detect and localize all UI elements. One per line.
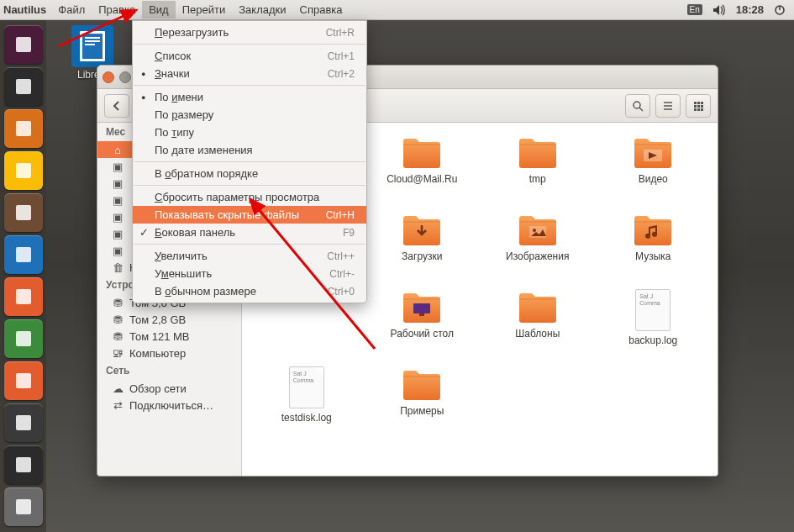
menu-item-16[interactable]: УвеличитьCtrl++ — [133, 247, 366, 265]
launcher-tile-10[interactable] — [4, 445, 43, 484]
svg-rect-8 — [16, 331, 31, 346]
view-grid-button[interactable] — [686, 94, 711, 118]
folder-item[interactable]: Видео — [597, 134, 710, 207]
menu-item-8[interactable]: По дате изменения — [133, 141, 366, 159]
launcher-tile-2[interactable] — [4, 109, 43, 148]
folder-item[interactable]: tmp — [481, 134, 594, 207]
launcher-tile-4[interactable] — [4, 193, 43, 232]
svg-rect-25 — [694, 108, 697, 111]
menu-view[interactable]: Вид — [142, 1, 176, 18]
language-indicator[interactable]: En — [682, 4, 707, 15]
volume-icon[interactable] — [707, 4, 731, 16]
folder-item[interactable]: Изображения — [481, 212, 594, 284]
search-button[interactable] — [625, 94, 650, 118]
svg-point-18 — [634, 102, 640, 108]
launcher-tile-3[interactable] — [4, 151, 43, 190]
svg-rect-2 — [16, 79, 31, 94]
folder-icon — [517, 212, 559, 247]
menu-bookmarks[interactable]: Закладки — [232, 1, 292, 18]
svg-rect-23 — [697, 105, 700, 108]
folder-icon — [517, 289, 559, 324]
folder-icon: ▣ — [111, 210, 124, 224]
svg-rect-26 — [697, 108, 700, 111]
menu-item-3[interactable]: ●ЗначкиCtrl+2 — [133, 65, 366, 82]
launcher-tile-9[interactable] — [4, 403, 43, 442]
folder-icon — [401, 366, 443, 402]
disk-icon: ⛃ — [111, 296, 124, 309]
folder-icon — [401, 134, 443, 170]
menu-item-5[interactable]: ●По имени — [133, 88, 366, 106]
launcher-tile-6[interactable] — [4, 277, 43, 316]
app-name: Nautilus — [3, 3, 46, 16]
folder-item[interactable]: Шаблоны — [481, 289, 594, 361]
sidebar-item[interactable]: ⛃Том 121 MB — [97, 328, 241, 345]
svg-rect-3 — [16, 121, 31, 136]
folder-icon — [401, 212, 443, 247]
unity-launcher — [0, 20, 46, 532]
svg-rect-32 — [419, 313, 424, 316]
menu-item-12[interactable]: Сбросить параметры просмотра — [133, 188, 366, 206]
svg-rect-6 — [16, 247, 31, 262]
folder-icon: ▣ — [111, 193, 124, 207]
menu-item-10[interactable]: В обратном порядке — [133, 165, 366, 182]
minimize-button[interactable] — [119, 71, 131, 83]
folder-item[interactable]: Загрузки — [366, 212, 479, 284]
folder-item[interactable]: Музыка — [597, 212, 710, 284]
sidebar-item[interactable]: ⇄Подключиться… — [97, 397, 241, 413]
svg-rect-17 — [85, 44, 95, 45]
folder-icon — [517, 134, 559, 170]
launcher-tile-5[interactable] — [4, 235, 43, 274]
svg-rect-24 — [701, 105, 703, 108]
sidebar-item[interactable]: ⛃Том 2,8 GB — [97, 311, 241, 328]
launcher-tile-11[interactable] — [4, 487, 43, 526]
menu-item-18[interactable]: В обычном размереCtrl+0 — [133, 282, 366, 300]
file-icon: Sat JComma — [289, 366, 324, 408]
view-menu-dropdown: ПерезагрузитьCtrl+RСписокCtrl+1●ЗначкиCt… — [132, 20, 367, 303]
clock[interactable]: 18:28 — [731, 3, 769, 16]
menu-file[interactable]: Файл — [51, 1, 92, 18]
svg-rect-5 — [16, 205, 31, 220]
file-icon: Sat JComma — [635, 289, 670, 331]
folder-item[interactable]: Рабочий стол — [366, 289, 479, 361]
disk-icon: ⛃ — [111, 329, 124, 343]
sidebar-section: Сеть — [97, 361, 241, 380]
svg-rect-19 — [694, 102, 697, 104]
svg-rect-15 — [85, 37, 100, 39]
menu-item-13[interactable]: Показывать скрытые файлыCtrl+H — [133, 206, 366, 224]
folder-item[interactable]: Примеры — [366, 366, 479, 439]
trash-icon: 🗑 — [111, 261, 124, 274]
menu-item-6[interactable]: По размеру — [133, 106, 366, 124]
menu-help[interactable]: Справка — [293, 1, 350, 18]
sidebar-item[interactable]: 🖳Компьютер — [97, 345, 241, 361]
launcher-tile-1[interactable] — [4, 67, 43, 106]
computer-icon: 🖳 — [111, 346, 124, 360]
back-button[interactable] — [104, 94, 129, 118]
close-button[interactable] — [103, 71, 114, 83]
menu-go[interactable]: Перейти — [176, 1, 233, 18]
folder-item[interactable]: Cloud@Mail.Ru — [366, 134, 479, 207]
svg-rect-4 — [16, 163, 31, 178]
menu-edit[interactable]: Правка — [92, 1, 142, 18]
menu-item-14[interactable]: ✓Боковая панельF9 — [133, 224, 366, 241]
folder-icon — [632, 134, 674, 170]
sidebar-item[interactable]: ☁Обзор сети — [97, 380, 241, 397]
folder-icon: ▣ — [111, 244, 124, 257]
launcher-tile-8[interactable] — [4, 361, 43, 400]
menu-item-0[interactable]: ПерезагрузитьCtrl+R — [133, 24, 366, 41]
svg-rect-16 — [85, 40, 100, 42]
menu-item-17[interactable]: УменьшитьCtrl+- — [133, 265, 366, 282]
launcher-tile-7[interactable] — [4, 319, 43, 358]
connect-icon: ⇄ — [111, 398, 124, 412]
menu-item-7[interactable]: По типу — [133, 124, 366, 141]
file-item[interactable]: Sat JCommatestdisk.log — [250, 366, 363, 439]
folder-icon — [401, 289, 443, 324]
file-item[interactable]: Sat JCommabackup.log — [597, 289, 710, 361]
top-panel: Nautilus Файл Правка Вид Перейти Закладк… — [0, 0, 794, 20]
svg-rect-7 — [16, 289, 31, 304]
folder-icon: ▣ — [111, 176, 124, 190]
view-list-button[interactable] — [655, 94, 681, 118]
svg-rect-12 — [16, 499, 31, 514]
menu-item-2[interactable]: СписокCtrl+1 — [133, 47, 366, 65]
power-icon[interactable] — [769, 4, 791, 16]
launcher-tile-0[interactable] — [4, 25, 43, 64]
